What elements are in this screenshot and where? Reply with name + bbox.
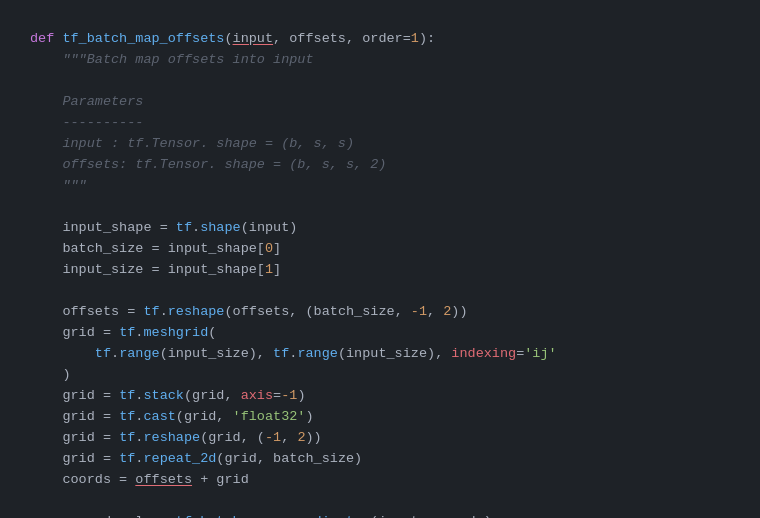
token-plain: ( [184,388,192,403]
token-plain: )) [306,430,322,445]
code-content: offsets = tf.reshape(offsets, (batch_siz… [18,302,752,323]
code-content [18,491,752,512]
token-var: batch_size [314,304,395,319]
code-line-15: tf.range(input_size), tf.range(input_siz… [0,344,760,365]
token-var: grid [224,451,256,466]
code-line-1: """Batch map offsets into input [0,50,760,71]
token-tf: tf [119,430,135,445]
code-line-23: mapped_vals = tf_batch_map_coordinates(i… [0,512,760,518]
code-line-6: offsets: tf.Tensor. shape = (b, s, s, 2) [0,155,760,176]
code-line-18: grid = tf.cast(grid, 'float32') [0,407,760,428]
code-content: offsets: tf.Tensor. shape = (b, s, s, 2) [18,155,752,176]
token-plain: = [152,220,176,235]
code-content: """ [18,176,752,197]
token-kw: def [30,31,62,46]
code-line-14: grid = tf.meshgrid( [0,323,760,344]
token-fn: range [297,346,338,361]
code-content: mapped_vals = tf_batch_map_coordinates(i… [18,512,752,518]
token-doc: input : tf.Tensor. shape = (b, s, s) [30,136,354,151]
code-content: input_size = input_shape[1] [18,260,752,281]
token-plain: . [160,304,168,319]
token-var: input [249,220,290,235]
token-plain: ) [297,388,305,403]
token-num: -1 [411,304,427,319]
token-var: input_size [168,346,249,361]
token-plain: )) [451,304,467,319]
token-plain: ) [484,514,492,518]
token-plain: , [216,409,232,424]
token-plain: ( [338,346,346,361]
token-num: 1 [265,262,273,277]
token-plain: , [395,304,411,319]
token-plain: [ [257,241,265,256]
token-str: 'ij' [524,346,556,361]
token-fn: range [119,346,160,361]
code-content: Parameters [18,92,752,113]
token-tf: tf [95,346,111,361]
token-var: batch_size [30,241,143,256]
code-line-7: """ [0,176,760,197]
token-var: grid [30,325,95,340]
code-line-10: batch_size = input_shape[0] [0,239,760,260]
code-content: input : tf.Tensor. shape = (b, s, s) [18,134,752,155]
token-plain: , [224,388,240,403]
token-var: grid [30,451,95,466]
code-content: input_shape = tf.shape(input) [18,218,752,239]
token-plain: = [95,451,119,466]
token-tf: tf [119,388,135,403]
code-content [18,71,752,92]
token-plain: , [273,31,289,46]
token-var: input [378,514,419,518]
token-plain: = [111,472,135,487]
token-var: coords [435,514,484,518]
code-content: grid = tf.reshape(grid, (-1, 2)) [18,428,752,449]
token-fn: repeat_2d [143,451,216,466]
token-plain: = [143,262,167,277]
code-line-21: coords = offsets + grid [0,470,760,491]
token-var: input_size [346,346,427,361]
code-line-3: Parameters [0,92,760,113]
token-tf: tf [119,451,135,466]
token-plain: = [95,388,119,403]
token-var: mapped_vals [30,514,152,518]
token-var: grid [184,409,216,424]
code-line-11: input_size = input_shape[1] [0,260,760,281]
code-content: grid = tf.stack(grid, axis=-1) [18,386,752,407]
token-num: -1 [265,430,281,445]
token-fn: shape [200,220,241,235]
token-var: grid [30,388,95,403]
token-plain: = [152,514,176,518]
token-num: 2 [297,430,305,445]
code-line-8 [0,197,760,218]
code-content [18,281,752,302]
token-plain: = [95,325,119,340]
token-plain: ] [273,262,281,277]
token-plain: , [427,304,443,319]
code-line-16: ) [0,365,760,386]
token-var: grid [192,388,224,403]
token-plain: = [95,409,119,424]
token-tf: tf [273,346,289,361]
token-fn: reshape [168,304,225,319]
code-content: grid = tf.cast(grid, 'float32') [18,407,752,428]
code-content: def tf_batch_map_offsets(input, offsets,… [18,29,752,50]
token-plain: . [111,346,119,361]
code-line-2 [0,71,760,92]
token-var: input_size [30,262,143,277]
token-plain: ) [30,367,71,382]
token-fn: reshape [143,430,200,445]
token-plain: ( [160,346,168,361]
token-plain: ( [208,325,216,340]
token-plain: , [257,451,273,466]
token-plain: ): [419,31,435,46]
code-content: """Batch map offsets into input [18,50,752,71]
token-highlight-input: input [233,31,274,46]
code-line-13: offsets = tf.reshape(offsets, (batch_siz… [0,302,760,323]
code-content: coords = offsets + grid [18,470,752,491]
code-line-4: ---------- [0,113,760,134]
token-tf: tf [119,409,135,424]
token-var: input_shape [168,262,257,277]
code-content: batch_size = input_shape[0] [18,239,752,260]
token-var: offsets [30,304,119,319]
token-str: 'float32' [233,409,306,424]
